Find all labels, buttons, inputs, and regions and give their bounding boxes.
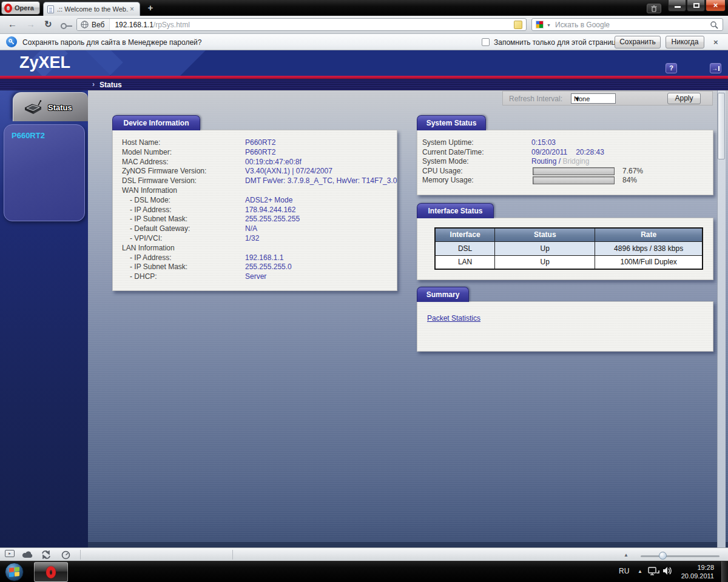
mode-bridging-label: Bridging <box>562 157 589 166</box>
summary-tab: Summary <box>417 287 469 302</box>
cpu-usage-row: CPU Usage: 7.67% <box>417 167 713 176</box>
minimize-icon <box>675 6 681 8</box>
sidebar-item-status[interactable]: Status <box>13 92 88 121</box>
router-icon <box>23 100 44 116</box>
page-icon <box>47 5 54 13</box>
maximize-icon <box>693 3 699 8</box>
help-button[interactable]: ? <box>666 63 677 73</box>
url-field[interactable]: Веб 192.168.1.1/rpSys.html <box>76 18 527 31</box>
bookmark-note-icon[interactable] <box>514 21 522 29</box>
unite-cloud-icon[interactable] <box>22 551 33 558</box>
model-panel: P660RT2 <box>4 124 85 221</box>
notification-close-icon[interactable]: × <box>713 38 718 47</box>
statusbar-divider <box>80 550 81 560</box>
device-info-row: MAC Address:00:19:cb:47:e0:8f <box>113 158 397 167</box>
navigation-sidebar: Status P660RT2 <box>0 90 88 547</box>
close-window-button[interactable]: × <box>706 0 726 12</box>
save-password-button[interactable]: Сохранить <box>615 36 661 48</box>
page-content: Status P660RT2 Refresh Interval: None ▼ … <box>0 90 728 547</box>
taskbar-clock[interactable]: 19:28 20.09.2011 <box>664 563 714 580</box>
show-desktop-button[interactable] <box>721 561 728 582</box>
password-key-icon <box>6 36 17 47</box>
scrollbar-thumb[interactable] <box>718 93 725 159</box>
zyxel-header: ZyXEL ? → <box>0 50 728 76</box>
close-icon: × <box>706 0 725 10</box>
site-badge[interactable]: Веб <box>77 19 110 30</box>
maximize-button[interactable] <box>687 0 705 12</box>
table-row: LAN Up 100M/Full Duplex <box>435 255 703 269</box>
browser-tab[interactable]: .:: Welcome to the Web... × <box>43 2 140 16</box>
reload-button[interactable]: ↻ <box>44 19 52 30</box>
apply-button[interactable]: Apply <box>667 93 701 104</box>
device-info-row: - IP Subnet Mask:255.255.255.0 <box>113 263 397 272</box>
url-path: /rpSys.html <box>153 21 190 29</box>
cpu-usage-bar <box>533 167 615 175</box>
browser-statusbar: ▸ ▲ <box>0 547 728 561</box>
breadcrumb-arrow-icon: › <box>92 80 95 89</box>
key-icon[interactable] <box>61 23 67 29</box>
opera-taskbar-button[interactable] <box>34 562 68 582</box>
cpu-usage-percent: 7.67% <box>622 167 643 175</box>
new-tab-button[interactable]: + <box>146 3 155 13</box>
device-info-row: Model Number:P660RT2 <box>113 148 397 158</box>
search-icon[interactable] <box>710 21 718 29</box>
packet-statistics-link[interactable]: Packet Statistics <box>427 314 480 323</box>
never-save-button[interactable]: Никогда <box>666 36 704 48</box>
remember-page-checkbox-label: Запомнить только для этой страницы <box>494 38 621 47</box>
google-icon <box>536 21 544 28</box>
zoom-slider-thumb[interactable] <box>659 552 667 560</box>
search-field[interactable]: ▼ <box>531 18 723 31</box>
panels-toggle-icon[interactable]: ▸ <box>5 550 15 557</box>
windows-taskbar: RU ▲ 19:28 20.09.2011 <box>0 561 728 582</box>
back-button[interactable]: ← <box>8 19 17 29</box>
address-toolbar: ← → ↻ Веб 192.168.1.1/rpSys.html ▼ <box>0 16 728 34</box>
clock-date: 20.09.2011 <box>664 572 714 580</box>
device-info-row: - IP Address:178.94.244.162 <box>113 206 397 215</box>
refresh-interval-label: Refresh Interval: <box>509 95 562 103</box>
system-uptime-row: System Uptime: 0:15:03 <box>417 138 713 148</box>
opera-menu-button[interactable]: Opera <box>1 1 40 15</box>
device-info-row: - VPI/VCI:1/32 <box>113 234 397 244</box>
search-engine-dropdown-icon[interactable]: ▼ <box>547 23 551 27</box>
system-status-tab: System Status <box>417 115 486 130</box>
forward-button[interactable]: → <box>26 19 35 29</box>
current-time: 20:28:43 <box>576 148 604 156</box>
zoom-menu-icon[interactable]: ▲ <box>624 552 629 558</box>
interface-status-tab: Interface Status <box>417 203 494 218</box>
status-main-area: Refresh Interval: None ▼ Apply Device In… <box>88 90 728 547</box>
table-row: DSL Up 4896 kbps / 838 kbps <box>435 241 703 255</box>
closed-tabs-trash-button[interactable] <box>647 4 661 13</box>
device-info-row: - DSL Mode:ADSL2+ Mode <box>113 196 397 206</box>
opera-logo-icon <box>4 4 12 13</box>
start-button[interactable] <box>5 563 24 581</box>
remember-page-checkbox[interactable] <box>482 38 490 46</box>
language-indicator[interactable]: RU <box>619 567 629 575</box>
tab-close-icon[interactable]: × <box>130 5 134 13</box>
interface-status-table: Interface Status Rate DSL Up 4896 kbps /… <box>434 227 703 270</box>
search-input[interactable] <box>555 19 695 30</box>
refresh-interval-box: Refresh Interval: None ▼ Apply <box>502 91 713 105</box>
zyxel-logo: ZyXEL <box>19 53 70 72</box>
sidebar-item-status-label: Status <box>48 103 72 112</box>
logout-button[interactable]: → <box>710 63 721 73</box>
hidden-icons-arrow[interactable]: ▲ <box>638 569 642 574</box>
minimize-button[interactable] <box>668 0 686 12</box>
windows-logo-icon <box>9 567 19 577</box>
password-notification-bar: Сохранять пароль для сайта в Менеджере п… <box>0 34 728 50</box>
turbo-speedometer-icon[interactable] <box>61 550 70 560</box>
breadcrumb-bar: › Status <box>0 79 728 90</box>
memory-usage-row: Memory Usage: 84% <box>417 176 713 186</box>
refresh-interval-select[interactable]: None ▼ <box>571 93 616 104</box>
device-info-section: LAN Information <box>113 244 397 253</box>
mode-routing-link[interactable]: Routing <box>531 157 556 166</box>
tab-title: .:: Welcome to the Web... <box>57 5 129 13</box>
system-mode-row: System Mode: Routing / Bridging <box>417 157 713 167</box>
memory-usage-percent: 84% <box>622 176 637 184</box>
opera-link-sync-icon[interactable] <box>41 550 51 559</box>
device-information-tab: Device Information <box>112 115 200 130</box>
network-tray-icon[interactable] <box>648 566 659 576</box>
interface-status-panel: Interface Status Rate DSL Up 4896 kbps /… <box>417 218 713 280</box>
logout-icon: → <box>712 64 720 73</box>
device-info-row: Host Name:P660RT2 <box>113 138 397 148</box>
zoom-slider-track[interactable] <box>641 555 720 557</box>
